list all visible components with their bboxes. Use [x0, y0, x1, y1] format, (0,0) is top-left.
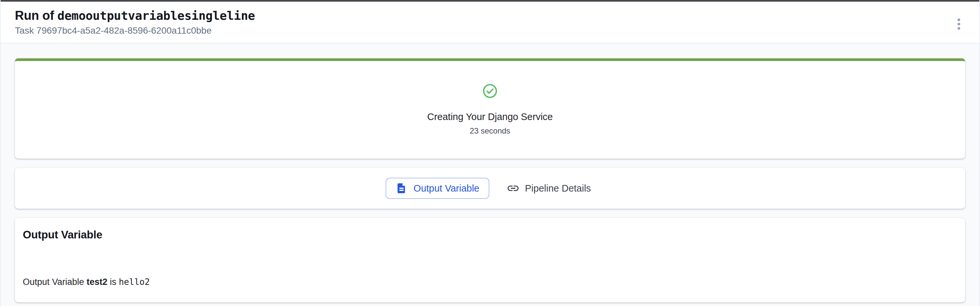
tab-output-variable[interactable]: Output Variable	[386, 178, 489, 199]
status-card: Creating Your Django Service 23 seconds	[15, 59, 965, 159]
run-header: Run of demooutputvariablesingleline Task…	[1, 2, 979, 44]
status-title: Creating Your Django Service	[427, 111, 553, 122]
output-variable-name: test2	[86, 277, 107, 287]
more-options-button[interactable]	[950, 15, 967, 33]
run-content: Creating Your Django Service 23 seconds …	[1, 44, 979, 302]
check-circle-icon	[482, 83, 498, 98]
output-line-connector: is	[110, 277, 116, 287]
page-title-prefix: Run of	[15, 9, 54, 22]
task-id-subtitle: Task 79697bc4-a5a2-482a-8596-6200a11c0bb…	[15, 26, 965, 36]
tab-bar-card: Output Variable Pipeline Details	[15, 168, 965, 209]
status-duration: 23 seconds	[470, 126, 511, 136]
output-variable-line: Output Variable test2 is hello2	[23, 277, 957, 287]
tab-pipeline-details[interactable]: Pipeline Details	[503, 178, 594, 199]
tab-pipeline-details-label: Pipeline Details	[525, 183, 591, 194]
output-variable-heading: Output Variable	[23, 228, 957, 241]
page-title-run-name: demooutputvariablesingleline	[57, 9, 255, 22]
output-variable-card: Output Variable Output Variable test2 is…	[15, 218, 965, 302]
document-icon	[396, 182, 407, 194]
output-line-prefix: Output Variable	[23, 277, 84, 287]
output-variable-value: hello2	[119, 277, 150, 287]
page-title: Run of demooutputvariablesingleline	[15, 8, 965, 23]
tab-output-variable-label: Output Variable	[414, 183, 479, 194]
link-icon	[506, 182, 520, 195]
kebab-vertical-icon	[958, 19, 960, 21]
